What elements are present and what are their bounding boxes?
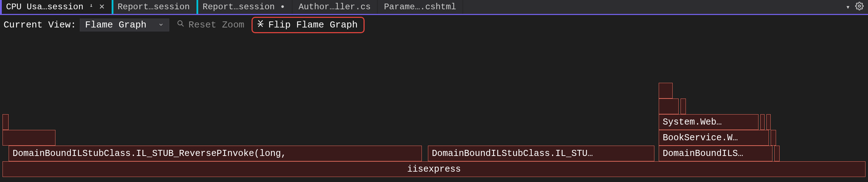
tab-4[interactable]: Parame….cshtml [377, 0, 463, 14]
svg-point-0 [858, 5, 860, 7]
pin-icon[interactable] [88, 3, 94, 11]
tab-overflow-icon[interactable]: ▾ [846, 2, 850, 11]
current-view-label: Current View: [4, 20, 76, 30]
svg-point-1 [178, 21, 182, 25]
flame-bar-label: iisexpress [407, 164, 461, 175]
tab-1[interactable]: Report…session [112, 0, 197, 14]
flip-flame-label: Flip Flame Graph [268, 20, 358, 30]
flame-graph[interactable]: iisexpressDomainBoundILStubClass.IL_STUB… [0, 35, 868, 182]
flame-bar-label: DomainBoundILStubClass.IL_STUB_ReversePI… [13, 148, 286, 159]
flame-bar-label: System.Web… [663, 117, 722, 127]
flame-bar[interactable]: DomainBoundILStubClass.IL_STU… [428, 146, 654, 161]
flame-bar[interactable]: BookService.W… [659, 130, 769, 146]
flame-bar-label: BookService.W… [663, 133, 738, 143]
flame-bar[interactable] [659, 98, 679, 114]
flame-bar-label: DomainBoundILS… [663, 148, 743, 159]
flame-bar[interactable] [774, 146, 780, 161]
view-select[interactable]: Flame Graph [80, 19, 169, 31]
tab-label: Report…session [203, 2, 275, 12]
flame-bar[interactable] [681, 98, 686, 114]
tab-bar-actions: ▾ [842, 0, 868, 14]
close-icon[interactable]: × [99, 2, 105, 12]
flame-bar[interactable] [766, 114, 771, 130]
flame-bar[interactable] [3, 130, 55, 146]
flame-bar[interactable] [771, 130, 776, 146]
flip-icon [256, 19, 265, 31]
gear-icon[interactable] [855, 2, 864, 12]
flame-bar-label: DomainBoundILStubClass.IL_STU… [432, 148, 593, 159]
flame-bar[interactable]: DomainBoundILS… [659, 146, 772, 161]
view-select-value: Flame Graph [85, 20, 147, 30]
flame-bar[interactable] [659, 83, 673, 98]
tab-label: Author…ller.cs [299, 2, 371, 12]
flame-bar[interactable]: iisexpress [3, 161, 865, 177]
reset-zoom-label: Reset Zoom [189, 20, 244, 30]
tab-3[interactable]: Author…ller.cs [292, 0, 378, 14]
toolbar: Current View: Flame Graph Reset Zoom Fli… [0, 15, 868, 35]
reset-zoom-button[interactable]: Reset Zoom [173, 19, 248, 31]
flame-bar[interactable] [760, 114, 765, 130]
tab-accent [196, 0, 198, 14]
tab-bar: CPU Usa…session×Report…sessionReport…ses… [0, 0, 868, 15]
flip-flame-graph-button[interactable]: Flip Flame Graph [252, 17, 365, 33]
tab-accent [112, 0, 113, 14]
tab-label: CPU Usa…session [6, 2, 83, 12]
tab-2[interactable]: Report…session• [196, 0, 292, 14]
tab-label: Parame….cshtml [384, 2, 456, 12]
svg-line-2 [181, 25, 184, 27]
flame-bar[interactable]: System.Web… [659, 114, 759, 130]
tab-0[interactable]: CPU Usa…session× [0, 0, 112, 14]
flame-bar[interactable] [3, 114, 9, 130]
flame-bar[interactable]: DomainBoundILStubClass.IL_STUB_ReversePI… [9, 146, 422, 161]
magnifier-icon [176, 19, 185, 31]
chevron-down-icon [158, 20, 164, 30]
tab-label: Report…session [118, 2, 190, 12]
tab-accent [0, 0, 2, 14]
